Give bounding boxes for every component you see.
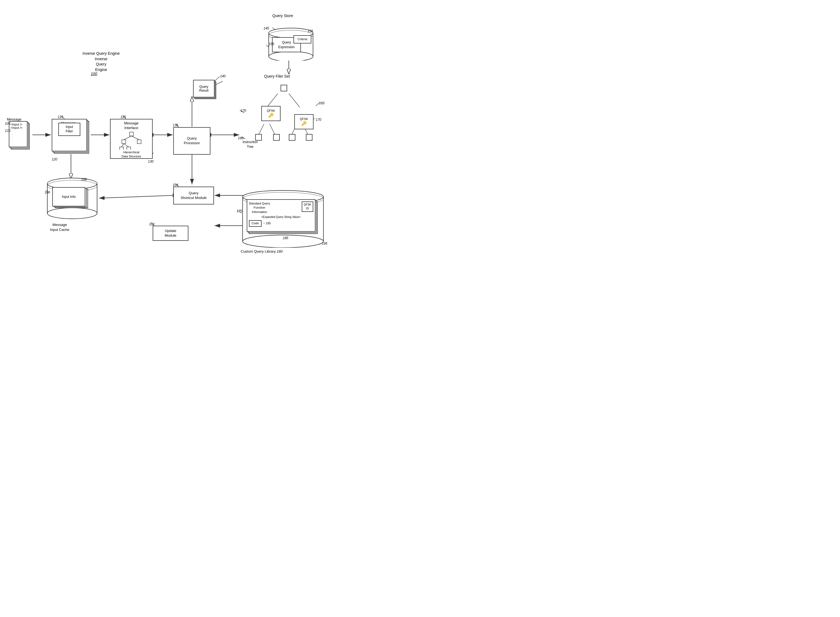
num-130: 130 bbox=[148, 159, 153, 164]
tree-svg bbox=[119, 131, 144, 150]
num-125: 125 bbox=[121, 115, 126, 119]
svg-line-18 bbox=[259, 124, 264, 135]
num-150: 150 bbox=[308, 29, 313, 34]
num-104: 104 bbox=[173, 183, 178, 187]
message-label: Message bbox=[7, 117, 21, 122]
svg-point-52 bbox=[269, 52, 313, 61]
svg-line-17 bbox=[289, 94, 300, 107]
num-155: 155 bbox=[269, 42, 274, 47]
svg-rect-44 bbox=[119, 147, 124, 150]
hierarchical-ds-label: HierarchicalData Structure bbox=[122, 150, 141, 158]
diagram: Inverse Query Engine Inverse Query Engin… bbox=[0, 0, 420, 308]
message-input-cache-label: MessageInput Cache bbox=[50, 222, 69, 232]
svg-line-47 bbox=[131, 136, 139, 140]
svg-rect-41 bbox=[130, 132, 133, 136]
svg-line-46 bbox=[124, 136, 131, 140]
query-store-cylinder: QueryExpression Criteria 150 155 bbox=[268, 28, 314, 61]
update-module-label: UpdateModule bbox=[165, 229, 177, 238]
num-115: 115 bbox=[58, 115, 63, 119]
num-175: 175 bbox=[237, 209, 242, 213]
query-processor-box: QueryProcessor bbox=[173, 127, 211, 155]
num-165: 165 bbox=[319, 101, 324, 105]
inverse-query-engine-label: Inverse Query Engine Inverse Query Engin… bbox=[83, 51, 119, 72]
num-195: 195 bbox=[322, 242, 327, 245]
update-module-box: UpdateModule bbox=[153, 226, 189, 241]
svg-line-48 bbox=[122, 144, 124, 147]
qfsk-right-box: QFSK 🔑 bbox=[294, 114, 314, 129]
message-input-cache-cylinder: Input Info bbox=[47, 177, 98, 220]
instruction-tree-label: InstructionTree bbox=[243, 140, 258, 149]
query-shortcut-module-box: QueryShortcut Module bbox=[173, 187, 214, 204]
message-interface-box: MessageInterface HierarchicalData Struct… bbox=[110, 119, 153, 159]
iqe-number: 100 bbox=[91, 72, 97, 76]
svg-line-16 bbox=[267, 94, 278, 107]
num-108: 108 bbox=[81, 177, 87, 182]
tree-node-3 bbox=[289, 134, 295, 141]
message-interface-label: MessageInterface bbox=[124, 121, 139, 130]
num-105: 105 bbox=[5, 122, 10, 125]
query-shortcut-module-label: QueryShortcut Module bbox=[181, 191, 207, 200]
num-160: 160 bbox=[238, 136, 243, 140]
num-140: 140 bbox=[220, 74, 225, 78]
tree-node-2 bbox=[273, 134, 280, 141]
num-120: 120 bbox=[52, 157, 57, 161]
query-processor-label: QueryProcessor bbox=[184, 136, 200, 146]
message-stack: <Input /> <Input /> · · · bbox=[9, 121, 31, 151]
svg-rect-43 bbox=[137, 140, 141, 144]
svg-line-11 bbox=[99, 195, 173, 198]
num-135: 135 bbox=[173, 123, 178, 127]
num-170b: 170 bbox=[316, 118, 321, 122]
tree-node-4 bbox=[306, 134, 312, 141]
num-110: 110 bbox=[5, 129, 10, 133]
svg-rect-45 bbox=[127, 147, 131, 150]
query-result-stack: QueryResult bbox=[193, 80, 218, 100]
num-106: 106 bbox=[44, 190, 50, 194]
svg-line-19 bbox=[270, 124, 275, 135]
custom-query-library-label: Custom Query Library 180 bbox=[241, 249, 283, 254]
svg-line-49 bbox=[124, 144, 129, 147]
qfsk-left-box: QFSK 🔑 bbox=[261, 106, 280, 121]
query-filer-set-label: Query Filer Set bbox=[264, 74, 290, 79]
qfs-root-node bbox=[280, 85, 287, 92]
svg-rect-42 bbox=[122, 140, 126, 144]
num-185: 185 bbox=[283, 236, 288, 240]
query-store-label: Query Store bbox=[272, 13, 293, 19]
num-170a: 170 bbox=[241, 109, 246, 112]
message-processor-stack: MessageProcessor InputFilter bbox=[52, 119, 90, 155]
